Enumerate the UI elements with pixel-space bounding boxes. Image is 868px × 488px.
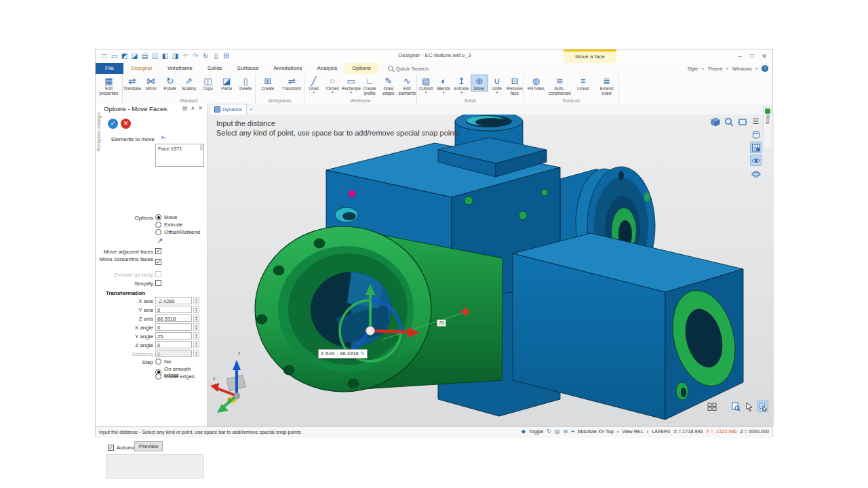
new-file-icon[interactable]: □ — [100, 51, 108, 61]
z-axis-field[interactable]: 66.3318 — [155, 314, 192, 322]
radio-offset-reblend[interactable]: Offset/Reblend — [155, 229, 200, 235]
show-solids-icon[interactable] — [750, 129, 762, 140]
chevron-down-icon[interactable]: ▾ — [647, 430, 649, 434]
x-axis-spinner[interactable]: ▲▼ — [193, 297, 199, 304]
new-viewport-tab-button[interactable]: + — [250, 105, 253, 115]
draw-edges-button[interactable]: ✎Draw edges — [379, 75, 398, 96]
dropdown-caret-icon[interactable]: ▾ — [443, 91, 445, 94]
extrude-button[interactable]: ↥Extrude▾ — [452, 75, 470, 95]
redo-icon[interactable]: ↷ — [191, 51, 200, 61]
tab-analysis[interactable]: Analysis — [309, 63, 344, 74]
x-angle-spinner[interactable]: ▲▼ — [193, 323, 199, 331]
export-icon[interactable]: ◨ — [171, 51, 180, 61]
tab-file[interactable]: File — [96, 63, 123, 74]
viewport-layout-icon[interactable] — [706, 401, 717, 412]
axis-value-tooltip[interactable]: Z Axis | 66.3318 ✎ — [318, 349, 368, 359]
edit-properties-button[interactable]: ▦ Edit properties — [96, 75, 122, 96]
radio-move[interactable]: Move — [155, 214, 178, 220]
select-box-icon[interactable] — [757, 401, 768, 412]
refresh-icon[interactable]: ↻ — [547, 428, 551, 434]
dropdown-caret-icon[interactable]: ▾ — [425, 91, 427, 94]
copy-button[interactable]: ◫Copy — [198, 75, 217, 92]
delete-icon[interactable]: ▯ — [212, 51, 220, 61]
x-angle-field[interactable]: 0 — [155, 323, 192, 331]
fit-frame-icon[interactable] — [736, 116, 748, 127]
save-icon[interactable]: ◩ — [120, 51, 129, 61]
tab-wireframe[interactable]: Wireframe — [160, 63, 200, 74]
theme-menu[interactable]: Theme — [708, 66, 723, 71]
fill-holes-button[interactable]: ◍Fill holes — [524, 75, 548, 92]
zoom-page-icon[interactable] — [730, 401, 741, 412]
y-axis-field[interactable]: 0 — [155, 306, 192, 313]
visibility-eye-icon[interactable] — [750, 155, 762, 166]
toggle-label[interactable]: Toggle — [529, 428, 543, 434]
quick-search[interactable]: Quick Search — [388, 63, 429, 74]
create-workplane-button[interactable]: ⊞Create — [256, 75, 280, 92]
unite-button[interactable]: ∪Unite▾ — [488, 75, 506, 95]
extend-ruled-button[interactable]: ≣Extend ruled — [595, 75, 618, 96]
dropdown-caret-icon[interactable]: ▾ — [313, 91, 315, 94]
delete-button[interactable]: ▯Delete — [236, 75, 255, 92]
x-axis-field[interactable]: -2.4289 — [155, 297, 192, 304]
translate-button[interactable]: ⇄Translate — [123, 75, 142, 92]
dropdown-caret-icon[interactable]: ▾ — [332, 91, 334, 94]
transform-workplane-button[interactable]: ⇌Transform — [280, 75, 304, 92]
elements-list[interactable]: Face 1571 — [155, 144, 204, 167]
paste-button[interactable]: ◪Paste — [217, 75, 236, 92]
edit-elements-button[interactable]: ∿Edit elements — [398, 75, 417, 96]
checkbox-simplify[interactable] — [155, 280, 161, 286]
viewport-menu-icon[interactable]: ☰ — [750, 116, 762, 127]
save-all-icon[interactable]: ◪ — [130, 51, 139, 61]
panel-menu-icon[interactable]: ▤ — [182, 105, 188, 111]
snap-grid-icon[interactable]: ⊞ — [563, 428, 568, 434]
z-axis-spinner[interactable]: ▲▼ — [193, 314, 199, 322]
style-menu[interactable]: Style — [688, 66, 698, 71]
radio-extrude[interactable]: Extrude — [155, 222, 183, 228]
mirror-button[interactable]: ⋈Mirror — [142, 75, 161, 92]
auto-constrained-button[interactable]: ≋Auto-constrained — [548, 75, 572, 96]
orbit-sphere-icon[interactable] — [750, 168, 762, 180]
radio-step-no[interactable]: No — [155, 359, 171, 365]
circles-button[interactable]: ○Circles▾ — [323, 75, 342, 95]
tab-options[interactable]: Options — [344, 63, 378, 74]
preview-button[interactable]: Preview — [134, 441, 163, 451]
checkbox-move-adjacent[interactable]: ✓ — [155, 248, 161, 254]
orbit-zoom-icon[interactable] — [723, 116, 734, 127]
panel-collapse-icon[interactable]: ∧ — [191, 105, 195, 111]
layer-indicator[interactable]: LAYER0 — [652, 428, 670, 434]
move-button[interactable]: ⊕Move — [471, 75, 488, 92]
linear-button[interactable]: ≡Linear — [572, 75, 595, 92]
grid-display-icon[interactable] — [750, 142, 762, 153]
minimize-button[interactable]: – — [734, 52, 745, 61]
tab-annotations[interactable]: Annotations — [266, 63, 309, 74]
lines-button[interactable]: ╱Lines▾ — [304, 75, 323, 95]
dropdown-caret-icon[interactable]: ▾ — [460, 91, 462, 94]
help-button[interactable]: ? — [762, 65, 768, 72]
y-axis-spinner[interactable]: ▲▼ — [193, 306, 199, 313]
z-angle-spinner[interactable]: ▲▼ — [193, 341, 199, 348]
workplane-manager-side-tab[interactable]: Workplane manager — [96, 112, 104, 207]
list-item[interactable]: Face 1571 — [158, 146, 201, 152]
copy-icon[interactable]: ◫ — [151, 51, 159, 61]
tab-solids[interactable]: Solids — [200, 63, 230, 74]
remove-face-button[interactable]: ⊟Remove face — [506, 75, 524, 96]
coordinate-system-selector[interactable]: Absolute XY Top — [578, 428, 614, 434]
windows-menu[interactable]: Windows — [732, 66, 751, 71]
chevron-down-icon[interactable]: ▾ — [617, 430, 619, 434]
dropdown-caret-icon[interactable]: ▾ — [496, 91, 498, 94]
dimension-value-label[interactable]: 70 — [437, 319, 446, 327]
view-rel-selector[interactable]: View REL — [622, 428, 643, 434]
scrollbar[interactable] — [200, 145, 203, 150]
print-icon[interactable]: ▤ — [140, 51, 149, 61]
select-cursor-icon[interactable] — [743, 401, 755, 412]
dropdown-caret-icon[interactable]: ▾ — [350, 91, 352, 94]
blends-button[interactable]: ◐Blends▾ — [435, 75, 452, 95]
radio-step-all[interactable]: On all edges — [155, 373, 195, 380]
toggle-diamond-icon[interactable]: ◆ — [521, 428, 526, 434]
active-command-tab[interactable]: Move a face — [564, 49, 616, 63]
viewport-tab-dynamic[interactable]: Dynamic — [210, 104, 247, 115]
layout-icon[interactable]: ⊞ — [222, 51, 231, 61]
create-profile-button[interactable]: ∟Create profile — [361, 75, 380, 96]
undo-icon[interactable]: ↶ — [181, 51, 190, 61]
close-button[interactable]: ✕ — [759, 52, 770, 61]
